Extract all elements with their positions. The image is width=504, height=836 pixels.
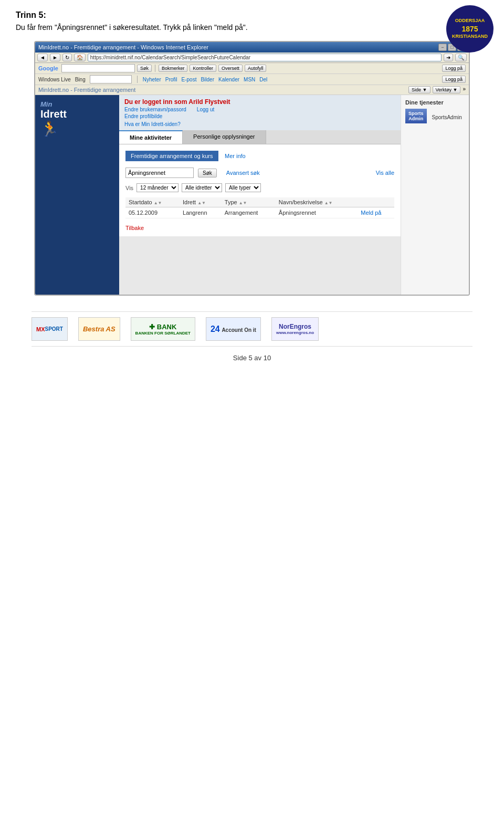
vis-label: Vis <box>125 185 133 191</box>
minimize-button[interactable]: − <box>438 44 447 51</box>
bokmerker-button[interactable]: Bokmerker <box>159 65 188 72</box>
sports-admin-button[interactable]: SportsAdmin <box>405 109 427 123</box>
oversett-button[interactable]: Oversett <box>218 65 243 72</box>
vis-select[interactable]: 12 måneder 6 måneder 3 måneder <box>136 183 178 192</box>
table-row: 05.12.2009 Langrenn Arrangement Åpningsr… <box>125 207 394 218</box>
tabs-row: Mine aktiviteter Personlige opplysninger <box>119 130 401 144</box>
col-idrett: Idrett ▲▼ <box>180 197 222 207</box>
cell-type: Arrangement <box>222 207 276 218</box>
profil-link[interactable]: Profil <box>165 77 177 82</box>
nyheter-link[interactable]: Nyheter <box>143 77 161 82</box>
winlive-label: Windows Live <box>38 77 71 82</box>
address-input[interactable]: https://minidrett.nif.no/CalendarSearch/… <box>88 54 442 61</box>
fremtidige-btn[interactable]: Fremtidige arrangement og kurs <box>125 151 218 161</box>
change-profile-link[interactable]: Endre profilbilde <box>124 113 395 119</box>
logged-in-links: Endre brukernavn/passord Logg ut <box>124 107 395 112</box>
logged-in-name: Du er logget inn som Arild Flystveit <box>124 98 395 106</box>
avansert-link[interactable]: Avansert søk <box>226 170 260 176</box>
idretter-select[interactable]: Alle idretter <box>182 183 222 192</box>
logo-year: 1875 <box>461 24 478 34</box>
logo-idrett: Idrett <box>40 108 114 120</box>
sports-admin-label: SportsAdmin <box>432 114 462 120</box>
cell-navn: Åpningsrennet <box>276 207 358 218</box>
sponsor-nor: NorEngros www.norengros.no <box>271 317 319 341</box>
logged-in-bar: Du er logget inn som Arild Flystveit End… <box>119 95 401 130</box>
sponsor-24: 24 Account On it <box>206 317 261 341</box>
sponsor-mx: MX SPORT <box>32 317 68 341</box>
google-search-input[interactable] <box>61 64 135 72</box>
search-input[interactable] <box>125 168 194 178</box>
hva-er-link[interactable]: Hva er Min Idrett-siden? <box>124 121 395 127</box>
logg-pa-button[interactable]: Logg på <box>442 65 466 72</box>
mindrett-logo: Min Idrett 🏃 <box>35 95 119 143</box>
back-button[interactable]: ◄ <box>37 54 48 61</box>
search-row: Søk Avansert søk Vis alle <box>125 168 394 178</box>
logo-line1: ODDERSJAA <box>455 18 485 24</box>
bing-search-input[interactable] <box>90 75 132 83</box>
dine-tjenester-label: Dine tjenester <box>405 99 465 106</box>
vis-alle-link[interactable]: Vis alle <box>376 170 394 176</box>
search-button[interactable]: Søk <box>198 169 217 177</box>
main-area: Du er logget inn som Arild Flystveit End… <box>119 95 401 295</box>
tab-mine-aktiviteter[interactable]: Mine aktiviteter <box>119 130 183 144</box>
change-username-link[interactable]: Endre brukernavn/passord <box>124 107 186 112</box>
logg-ut-link[interactable]: Logg ut <box>197 107 214 112</box>
page-content: Min Idrett 🏃 Du er logget inn som Arild … <box>35 95 469 295</box>
mer-info-link[interactable]: Mer info <box>225 153 246 159</box>
msn-link[interactable]: MSN <box>244 77 255 82</box>
bing-label: Bing <box>75 77 86 82</box>
col-startdato: Startdato ▲▼ <box>125 197 180 207</box>
home-button[interactable]: 🏠 <box>74 54 86 61</box>
tab-personlige[interactable]: Personlige opplysninger <box>183 130 266 144</box>
page-toolbar: MinIdrett.no - Fremtidige arrangement Si… <box>35 85 469 95</box>
side-button[interactable]: Side ▼ <box>408 86 430 93</box>
left-sidebar: Min Idrett 🏃 <box>35 95 119 295</box>
sponsors-row: MX SPORT Bestra AS ✚ BANK BANKEN FOR SØR… <box>32 311 472 347</box>
cell-idrett: Langrenn <box>180 207 222 218</box>
vis-row: Vis 12 måneder 6 måneder 3 måneder Alle … <box>125 181 394 194</box>
del-link[interactable]: Del <box>259 77 267 82</box>
result-table: Startdato ▲▼ Idrett ▲▼ Type ▲▼ Navn/besk… <box>125 197 394 218</box>
browser-title: MinIdrett.no - Fremtidige arrangement - … <box>38 44 208 50</box>
cell-startdato: 05.12.2009 <box>125 207 180 218</box>
fremtidige-row: Fremtidige arrangement og kurs Mer info <box>125 151 394 161</box>
google-toolbar: Google Søk Bokmerker Kontroller Oversett… <box>35 63 469 74</box>
col-type: Type ▲▼ <box>222 197 276 207</box>
go-button[interactable]: ➜ <box>444 54 453 61</box>
kalender-link[interactable]: Kalender <box>218 77 239 82</box>
google-search-button[interactable]: Søk <box>137 65 152 72</box>
epost-link[interactable]: E-post <box>182 77 197 82</box>
kontroller-button[interactable]: Kontroller <box>190 65 216 72</box>
sports-admin-row: SportsAdmin SportsAdmin <box>405 109 465 126</box>
logo-figure-icon: 🏃 <box>40 120 114 138</box>
bilder-link[interactable]: Bilder <box>201 77 214 82</box>
top-logo: ODDERSJAA 1875 KRISTIANSAND <box>446 5 494 53</box>
breadcrumb[interactable]: MinIdrett.no - Fremtidige arrangement <box>38 87 135 93</box>
refresh-button[interactable]: ↻ <box>62 54 72 61</box>
winlive-toolbar: Windows Live Bing Nyheter Profil E-post … <box>35 74 469 85</box>
forward-button[interactable]: ► <box>50 54 60 61</box>
activity-section: Fremtidige arrangement og kurs Mer info … <box>119 144 401 236</box>
logo-min: Min <box>40 100 114 108</box>
title-bar: MinIdrett.no - Fremtidige arrangement - … <box>35 42 469 53</box>
google-logo: Google <box>38 65 58 71</box>
sponsor-bank: ✚ BANK BANKEN FOR SØRLANDET <box>131 317 195 341</box>
more-button[interactable]: » <box>463 86 466 93</box>
nav-bar: ◄ ► ↻ 🏠 https://minidrett.nif.no/Calenda… <box>35 53 469 63</box>
search-button[interactable]: 🔍 <box>455 54 467 61</box>
meld-pa-link[interactable]: Meld på <box>361 210 381 216</box>
main-content: Trinn 5: Du får frem "Åpningsrennet" i s… <box>0 0 504 372</box>
cell-action: Meld på <box>358 207 394 218</box>
step-desc: Du får frem "Åpningsrennet" i søkeresult… <box>16 23 488 32</box>
logg-pa2-button[interactable]: Logg på <box>442 76 466 83</box>
autofyll-button[interactable]: Autofyll <box>245 65 267 72</box>
logo-line2: KRISTIANSAND <box>452 34 488 40</box>
sponsor-bestra: Bestra AS <box>78 317 120 341</box>
verktoy-button[interactable]: Verktøy ▼ <box>433 86 461 93</box>
right-sidebar: Dine tjenester SportsAdmin SportsAdmin <box>401 95 469 295</box>
typer-select[interactable]: Alle typer <box>225 183 261 192</box>
browser-window: MinIdrett.no - Fremtidige arrangement - … <box>34 41 470 296</box>
col-navn: Navn/beskrivelse ▲▼ <box>276 197 358 207</box>
col-action <box>358 197 394 207</box>
tilbake-link[interactable]: Tilbake <box>125 225 144 231</box>
